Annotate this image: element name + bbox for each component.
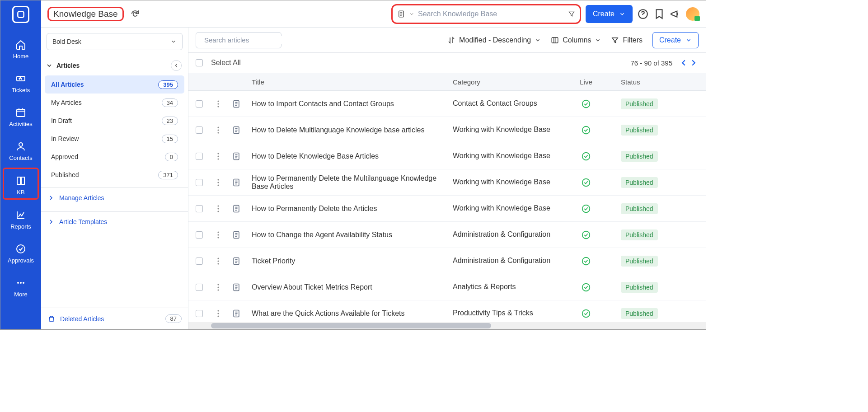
collapse-panel-button[interactable] <box>171 60 182 71</box>
article-icon <box>232 152 250 161</box>
horizontal-scrollbar[interactable] <box>188 322 706 329</box>
col-category[interactable]: Category <box>453 78 557 86</box>
view-label: In Review <box>51 135 79 142</box>
global-search[interactable] <box>391 4 581 24</box>
funnel-icon[interactable] <box>568 10 575 18</box>
row-menu-button[interactable] <box>214 100 223 108</box>
svg-point-37 <box>217 231 219 233</box>
create-article-button[interactable]: Create <box>652 32 699 48</box>
bookmark-button[interactable] <box>653 8 665 20</box>
article-templates-link[interactable]: Article Templates <box>41 212 188 232</box>
chevron-down-icon <box>535 37 541 43</box>
deleted-articles-link[interactable]: Deleted Articles 87 <box>41 308 188 329</box>
select-all-checkbox[interactable] <box>196 59 203 66</box>
row-menu-button[interactable] <box>214 284 223 291</box>
row-title[interactable]: Ticket Priority <box>252 257 295 265</box>
global-search-input[interactable] <box>418 10 564 18</box>
toolbar: Modified - Descending Columns Filters Cr… <box>188 28 706 53</box>
row-checkbox[interactable] <box>196 284 203 291</box>
table-row[interactable]: How to Permanently Delete the Multilangu… <box>188 169 706 196</box>
table-row[interactable]: Overview About Ticket Metrics ReportAnal… <box>188 274 706 300</box>
row-title[interactable]: How to Delete Knowledge Base Articles <box>252 152 379 160</box>
row-title[interactable]: Overview About Ticket Metrics Report <box>252 283 372 291</box>
manage-articles-link[interactable]: Manage Articles <box>41 188 188 208</box>
row-title[interactable]: How to Delete Multilanguage Knowledge ba… <box>252 126 424 134</box>
article-type-icon <box>397 10 405 18</box>
row-title[interactable]: How to Permanently Delete the Multilangu… <box>252 174 436 190</box>
row-title[interactable]: What are the Quick Actions Available for… <box>252 309 405 317</box>
nav-activities[interactable]: Activities <box>5 100 37 131</box>
row-menu-button[interactable] <box>214 126 223 134</box>
view-in-review[interactable]: In Review 15 <box>45 130 184 148</box>
help-button[interactable] <box>637 8 649 20</box>
row-menu-button[interactable] <box>214 231 223 239</box>
chevron-down-icon <box>619 11 625 17</box>
body: Bold Desk Articles All Articles 395 My A… <box>41 28 706 329</box>
row-title[interactable]: How to Permanently Delete the Articles <box>252 205 377 212</box>
svg-point-26 <box>582 152 590 160</box>
row-checkbox[interactable] <box>196 100 203 108</box>
row-checkbox[interactable] <box>196 126 203 134</box>
view-my-articles[interactable]: My Articles 34 <box>45 94 184 112</box>
table-row[interactable]: How to Permanently Delete the ArticlesWo… <box>188 196 706 222</box>
select-all-label: Select All <box>211 59 241 67</box>
row-menu-button[interactable] <box>214 310 223 317</box>
nav-reports[interactable]: Reports <box>5 202 37 234</box>
articles-section-header[interactable]: Articles <box>41 56 188 75</box>
brand-select[interactable]: Bold Desk <box>47 33 183 50</box>
filters-button[interactable]: Filters <box>611 36 643 44</box>
row-checkbox[interactable] <box>196 179 203 186</box>
table-row[interactable]: What are the Quick Actions Available for… <box>188 300 706 322</box>
row-checkbox[interactable] <box>196 258 203 265</box>
nav-label: Reports <box>10 223 31 230</box>
row-menu-button[interactable] <box>214 258 223 265</box>
view-all-articles[interactable]: All Articles 395 <box>45 75 184 94</box>
search-articles[interactable] <box>196 32 282 48</box>
refresh-button[interactable] <box>130 9 140 19</box>
main: Knowledge Base Create <box>41 0 706 329</box>
nav-tickets[interactable]: Tickets <box>5 66 37 97</box>
table-row[interactable]: Ticket PriorityAdministration & Configur… <box>188 248 706 274</box>
view-published[interactable]: Published 371 <box>45 166 184 184</box>
svg-point-18 <box>217 129 219 131</box>
view-in-draft[interactable]: In Draft 23 <box>45 112 184 130</box>
row-menu-button[interactable] <box>214 179 223 186</box>
status-badge: Published <box>621 203 658 214</box>
nav-kb[interactable]: KB <box>3 168 39 200</box>
col-title[interactable]: Title <box>250 78 453 86</box>
row-checkbox[interactable] <box>196 310 203 317</box>
nav-contacts[interactable]: Contacts <box>5 134 37 165</box>
row-menu-button[interactable] <box>214 205 223 212</box>
table-row[interactable]: How to Delete Knowledge Base ArticlesWor… <box>188 143 706 169</box>
table-row[interactable]: How to Delete Multilanguage Knowledge ba… <box>188 117 706 143</box>
nav-approvals[interactable]: Approvals <box>5 236 37 267</box>
announce-button[interactable] <box>670 8 681 20</box>
scroll-thumb[interactable] <box>211 323 491 328</box>
row-title[interactable]: How to Import Contacts and Contact Group… <box>252 100 394 108</box>
table-row[interactable]: How to Import Contacts and Contact Group… <box>188 91 706 117</box>
nav-home[interactable]: Home <box>5 32 37 63</box>
row-menu-button[interactable] <box>214 153 223 160</box>
svg-point-23 <box>217 155 219 157</box>
nav-label: KB <box>17 189 24 196</box>
row-checkbox[interactable] <box>196 153 203 160</box>
search-articles-input[interactable] <box>204 36 290 44</box>
row-checkbox[interactable] <box>196 231 203 239</box>
top-create-button[interactable]: Create <box>586 5 633 23</box>
view-approved[interactable]: Approved 0 <box>45 148 184 166</box>
nav-more[interactable]: More <box>5 270 37 301</box>
svg-point-41 <box>582 231 590 239</box>
row-checkbox[interactable] <box>196 205 203 212</box>
prev-page-button[interactable] <box>679 58 689 68</box>
app-logo[interactable] <box>12 6 29 23</box>
chevron-down-icon[interactable] <box>409 11 414 17</box>
row-title[interactable]: How to Change the Agent Availability Sta… <box>252 231 392 239</box>
next-page-button[interactable] <box>689 58 699 68</box>
sort-button[interactable]: Modified - Descending <box>447 36 541 44</box>
user-avatar[interactable] <box>686 7 699 21</box>
table-row[interactable]: How to Change the Agent Availability Sta… <box>188 222 706 248</box>
svg-point-4 <box>17 245 25 253</box>
col-status[interactable]: Status <box>615 78 706 86</box>
col-live[interactable]: Live <box>557 78 615 86</box>
columns-button[interactable]: Columns <box>551 36 601 44</box>
